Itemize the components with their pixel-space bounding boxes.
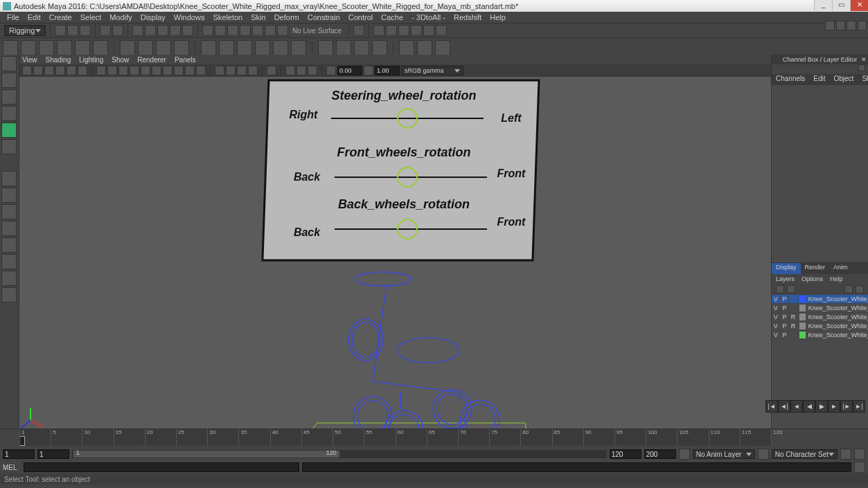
rotate-tool[interactable] [1,123,17,138]
select-mode-icon[interactable] [182,25,193,36]
menu-item--3dtoall-[interactable]: - 3DtoAll - [407,13,450,21]
live-surface-icon[interactable] [277,25,288,36]
go-to-start-button[interactable]: |◄ [765,400,778,413]
vp-icon[interactable] [296,66,306,75]
layer-menu-layers[interactable]: Layers [776,275,795,282]
layout-custom-icon[interactable] [1,271,17,286]
shelf-item[interactable] [336,40,351,55]
vp-icon[interactable] [22,66,32,75]
vp-icon[interactable] [226,66,236,75]
script-editor-icon[interactable] [854,462,865,473]
shelf-item[interactable] [3,40,18,55]
vp-icon[interactable] [141,66,150,75]
viewport-menu-renderer[interactable]: Renderer [137,56,166,64]
toggle-attribute-editor-icon[interactable] [836,21,846,30]
render-icon[interactable] [423,25,434,36]
paint-select-tool[interactable] [1,89,17,105]
anim-prefs-icon[interactable] [854,449,865,460]
layer-menu-options[interactable]: Options [801,275,823,282]
layer-v-toggle[interactable]: V [772,296,781,303]
layout-custom-icon[interactable] [1,204,17,219]
shelf-item[interactable] [291,40,306,55]
menu-item-help[interactable]: Help [486,13,510,21]
toggle-channel-box-icon[interactable] [858,21,867,30]
snap-icon[interactable] [240,25,251,36]
render-icon[interactable] [436,25,447,36]
menu-item-cache[interactable]: Cache [377,13,407,21]
vp-icon[interactable] [267,66,276,75]
scale-tool[interactable] [1,139,17,154]
go-to-end-button[interactable]: ►| [853,400,865,413]
step-back-button[interactable]: ◄ [790,400,803,413]
layout-single-icon[interactable] [1,171,17,186]
viewport-menu-shading[interactable]: Shading [46,56,71,64]
shelf-item[interactable] [318,40,333,55]
layer-v-toggle[interactable]: V [772,314,781,321]
menu-item-display[interactable]: Display [136,13,170,21]
exposure-input[interactable] [337,66,362,75]
shelf-item[interactable] [174,40,189,55]
play-backward-button[interactable]: ◀ [803,400,815,413]
shelf-item[interactable] [219,40,234,55]
channel-tab-edit[interactable]: Edit [809,74,829,85]
vp-icon[interactable] [118,66,128,75]
viewport-menu-view[interactable]: View [22,56,37,64]
construction-history-icon[interactable] [353,25,364,36]
window-close-button[interactable]: ✕ [850,0,868,11]
shelf-item[interactable] [354,40,369,55]
range-start-outer-input[interactable] [3,449,35,459]
menu-item-constrain[interactable]: Constrain [303,13,344,21]
vp-icon[interactable] [174,66,184,75]
vp-icon[interactable] [78,66,87,75]
viewport-menu-panels[interactable]: Panels [175,56,196,64]
undo-icon[interactable] [100,25,111,36]
persp-viewport[interactable]: Steering_wheel_rotation Right Left Front… [19,77,771,428]
select-mode-icon[interactable] [157,25,168,36]
layer-row[interactable]: VPKnee_Scooter_White_R [772,295,868,304]
auto-key-icon[interactable] [679,449,690,460]
vp-icon[interactable] [163,66,172,75]
viewport-menu-show[interactable]: Show [112,56,129,64]
layer-color-swatch[interactable] [799,314,806,320]
vp-icon[interactable] [185,66,195,75]
gamma-input[interactable] [375,66,400,75]
move-layer-up-icon[interactable] [776,285,784,293]
layer-r-toggle[interactable] [789,332,798,339]
layer-p-toggle[interactable]: P [781,314,790,321]
menu-item-file[interactable]: File [3,13,24,21]
layer-v-toggle[interactable]: V [772,305,781,312]
layer-p-toggle[interactable]: P [781,305,790,312]
layer-menu-help[interactable]: Help [830,275,843,282]
snap-icon[interactable] [227,25,238,36]
snap-icon[interactable] [202,25,213,36]
range-bar[interactable] [73,451,339,458]
vp-icon[interactable] [130,66,139,75]
vp-icon[interactable] [96,66,106,75]
shelf-item[interactable] [201,40,216,55]
move-tool[interactable] [1,106,17,121]
layer-row[interactable]: VPKnee_Scooter_White_R [772,304,868,313]
shelf-item[interactable] [255,40,270,55]
menu-item-control[interactable]: Control [344,13,377,21]
layer-tab-anim[interactable]: Anim [829,263,852,274]
select-mode-icon[interactable] [132,25,143,36]
toggle-modeling-toolkit-icon[interactable] [825,21,835,30]
channel-tab-show[interactable]: Show [858,74,868,85]
layer-p-toggle[interactable]: P [781,332,790,339]
layer-v-toggle[interactable]: V [772,323,781,330]
vp-icon[interactable] [44,66,54,75]
viewport-menu-lighting[interactable]: Lighting [79,56,103,64]
layer-row[interactable]: VPRKnee_Scooter_White_R [772,313,868,322]
layer-r-toggle[interactable] [789,305,798,312]
layer-r-toggle[interactable] [789,296,798,303]
module-selector-dropdown[interactable]: Rigging [4,25,46,36]
lasso-tool[interactable] [1,73,17,88]
move-layer-down-icon[interactable] [787,285,795,293]
layer-color-swatch[interactable] [799,296,806,302]
menu-item-skeleton[interactable]: Skeleton [209,13,247,21]
layout-custom-icon[interactable] [1,254,17,269]
play-forward-button[interactable]: ▶ [815,400,828,413]
step-forward-key-button[interactable]: |► [840,400,853,413]
layout-four-icon[interactable] [1,188,17,203]
render-icon[interactable] [373,25,384,36]
